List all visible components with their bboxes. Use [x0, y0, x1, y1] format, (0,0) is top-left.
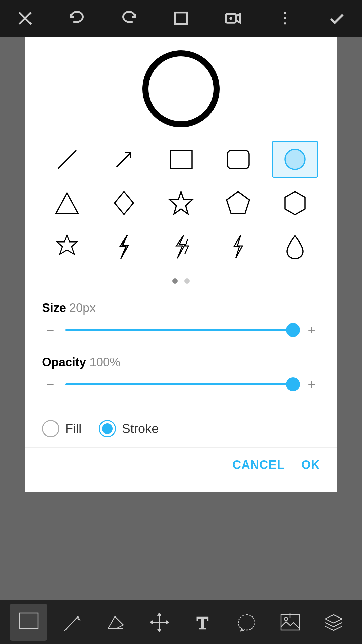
opacity-control: Opacity 100% − +	[25, 352, 337, 406]
ok-button[interactable]: OK	[301, 458, 320, 472]
divider-1	[25, 294, 337, 294]
size-increase-button[interactable]: +	[303, 322, 320, 338]
shape-preview	[25, 37, 337, 138]
shape-pentagon[interactable]	[215, 184, 261, 221]
svg-marker-13	[56, 193, 78, 213]
svg-point-28	[284, 617, 288, 621]
svg-line-20	[65, 616, 78, 630]
stroke-radio[interactable]	[99, 420, 116, 437]
svg-line-9	[117, 153, 131, 167]
shape-rounded-rectangle[interactable]	[215, 141, 261, 178]
shape-droplet[interactable]	[272, 228, 318, 265]
shape-triangle[interactable]	[44, 184, 90, 221]
shape-line[interactable]	[44, 141, 90, 178]
opacity-slider-row: − +	[42, 376, 320, 393]
svg-rect-2	[175, 13, 187, 24]
shape-lightning2[interactable]	[158, 228, 204, 265]
bottom-tool-layers[interactable]	[315, 604, 352, 641]
svg-marker-18	[57, 235, 77, 254]
shape-lightning3[interactable]	[215, 228, 261, 265]
close-button[interactable]	[13, 7, 37, 30]
svg-marker-17	[285, 192, 305, 215]
confirm-button[interactable]	[325, 7, 349, 30]
stroke-label: Stroke	[122, 422, 159, 436]
video-button[interactable]	[221, 7, 245, 30]
frame-button[interactable]	[169, 7, 193, 30]
page-dot-1[interactable]	[172, 278, 178, 284]
shape-arrow[interactable]	[101, 141, 147, 178]
fill-radio[interactable]	[42, 420, 59, 437]
opacity-increase-button[interactable]: +	[303, 376, 320, 393]
shape-row-1	[39, 141, 323, 178]
dialog-buttons: CANCEL OK	[25, 451, 337, 475]
bottom-toolbar: T	[0, 600, 362, 644]
stroke-option[interactable]: Stroke	[99, 420, 159, 437]
svg-point-5	[284, 12, 286, 15]
opacity-label: Opacity 100%	[42, 355, 320, 369]
divider-3	[25, 447, 337, 448]
shape-grid	[25, 138, 337, 275]
cancel-button[interactable]: CANCEL	[232, 458, 285, 472]
bottom-tool-pen[interactable]	[54, 604, 90, 641]
opacity-decrease-button[interactable]: −	[42, 376, 59, 393]
opacity-slider-thumb[interactable]	[286, 377, 300, 391]
page-dots	[25, 278, 337, 284]
redo-button[interactable]	[117, 7, 141, 30]
size-slider-track[interactable]	[65, 329, 297, 331]
page-dot-2[interactable]	[184, 278, 190, 284]
svg-point-12	[285, 149, 305, 169]
shape-hexagon[interactable]	[272, 184, 318, 221]
svg-text:T: T	[197, 613, 208, 633]
size-control: Size 20px − +	[25, 298, 337, 352]
svg-marker-14	[115, 192, 133, 214]
bottom-tool-eraser[interactable]	[97, 604, 134, 641]
preview-circle-shape	[142, 50, 220, 127]
opacity-slider-track[interactable]	[65, 383, 297, 385]
shape-lightning1[interactable]	[101, 228, 147, 265]
svg-marker-15	[170, 192, 192, 214]
shape-star6[interactable]	[44, 228, 90, 265]
fill-label: Fill	[65, 422, 82, 436]
undo-button[interactable]	[65, 7, 89, 30]
size-slider-row: − +	[42, 322, 320, 338]
shape-circle[interactable]	[272, 141, 318, 178]
svg-point-7	[284, 22, 286, 25]
top-toolbar	[0, 0, 362, 37]
size-label: Size 20px	[42, 301, 320, 315]
svg-marker-22	[108, 616, 123, 628]
more-button[interactable]	[273, 7, 297, 30]
fill-option[interactable]: Fill	[42, 420, 82, 437]
svg-rect-19	[19, 613, 38, 628]
stroke-radio-inner	[102, 423, 113, 434]
svg-marker-16	[227, 192, 249, 213]
bottom-tool-move[interactable]	[141, 604, 178, 641]
svg-line-8	[58, 150, 76, 169]
size-decrease-button[interactable]: −	[42, 322, 59, 338]
svg-point-4	[229, 17, 232, 20]
svg-point-6	[284, 17, 286, 20]
shape-dialog: Size 20px − + Opacity 100% − +	[25, 37, 337, 492]
shape-row-2	[39, 184, 323, 221]
bottom-tool-select[interactable]	[10, 604, 47, 641]
size-slider-thumb[interactable]	[286, 323, 300, 337]
svg-rect-10	[170, 150, 192, 169]
bottom-tool-text[interactable]: T	[184, 604, 221, 641]
shape-row-3	[39, 228, 323, 265]
shape-star5[interactable]	[158, 184, 204, 221]
bottom-tool-image[interactable]	[272, 604, 308, 641]
fill-stroke-row: Fill Stroke	[25, 413, 337, 444]
svg-rect-11	[227, 150, 249, 169]
shape-rectangle[interactable]	[158, 141, 204, 178]
shape-diamond[interactable]	[101, 184, 147, 221]
divider-2	[25, 410, 337, 410]
bottom-tool-lasso[interactable]	[228, 604, 265, 641]
